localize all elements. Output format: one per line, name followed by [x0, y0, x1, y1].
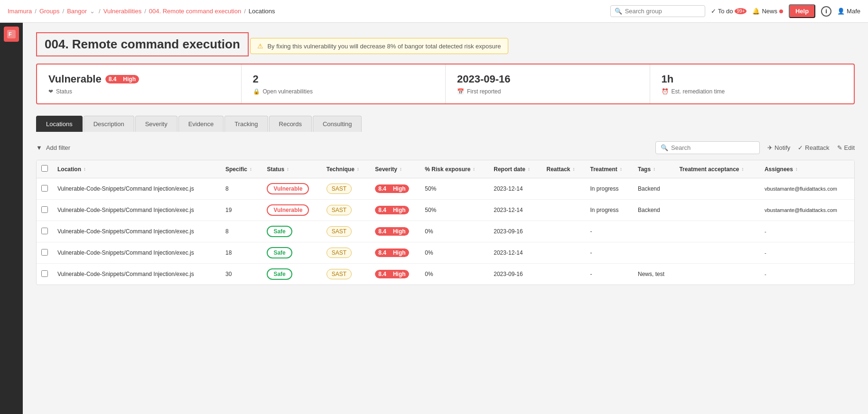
cell-risk: 0% — [420, 242, 489, 264]
notify-button[interactable]: ✈ Notify — [767, 144, 790, 151]
row-checkbox[interactable] — [41, 185, 48, 192]
cell-severity: 8.4 High — [370, 221, 420, 242]
breadcrumb-vulnerabilities[interactable]: Vulnerabilities — [103, 8, 141, 15]
th-specific[interactable]: Specific↕ — [221, 160, 262, 178]
sort-icon: ↕ — [653, 166, 655, 172]
sort-icon: ↕ — [357, 166, 359, 172]
row-checkbox[interactable] — [41, 206, 48, 213]
th-location[interactable]: Location↕ — [53, 160, 221, 178]
cell-technique: SAST — [322, 178, 371, 200]
sort-icon: ↕ — [620, 166, 622, 172]
cell-treatment-acceptance — [674, 221, 760, 242]
th-reattack[interactable]: Reattack↕ — [541, 160, 585, 178]
row-checkbox-cell[interactable] — [37, 242, 53, 264]
cell-technique: SAST — [322, 221, 371, 242]
cell-location: Vulnerable-Code-Snippets/Command Injecti… — [53, 221, 221, 242]
technique-badge: SAST — [327, 205, 352, 215]
stat-remediation: 1h ⏰ Est. remediation time — [650, 64, 854, 103]
stat-date-value: 2023-09-16 — [457, 73, 638, 85]
th-report-date[interactable]: Report date↕ — [489, 160, 541, 178]
sev-num: 8.4 — [375, 227, 390, 236]
cell-report-date: 2023-09-16 — [489, 264, 541, 285]
th-severity[interactable]: Severity↕ — [370, 160, 420, 178]
cell-location: Vulnerable-Code-Snippets/Command Injecti… — [53, 264, 221, 285]
row-checkbox-cell[interactable] — [37, 178, 53, 200]
cell-treatment: In progress — [586, 178, 633, 200]
toolbar-right: 🔍 ✈ Notify ✓ Reattack ✎ Edit — [655, 141, 855, 154]
calendar-icon: 📅 — [457, 88, 464, 95]
stat-open-value: 2 — [253, 73, 434, 85]
row-checkbox[interactable] — [41, 228, 48, 234]
tab-locations[interactable]: Locations — [36, 116, 83, 132]
th-checkbox[interactable] — [37, 160, 53, 178]
sidebar-logo[interactable]: F — [4, 27, 19, 42]
add-filter-label: Add filter — [46, 144, 70, 151]
th-treatment[interactable]: Treatment↕ — [586, 160, 633, 178]
info-button[interactable]: i — [821, 6, 831, 17]
cell-assignees: vbustamante@fluidattacks.com — [760, 178, 854, 200]
cell-reattack — [541, 200, 585, 221]
warning-icon: ⚠ — [257, 42, 263, 50]
user-button[interactable]: 👤 Mafe — [837, 8, 860, 15]
cell-treatment-acceptance — [674, 242, 760, 264]
edit-button[interactable]: ✎ Edit — [837, 144, 855, 151]
tab-consulting[interactable]: Consulting — [313, 116, 362, 132]
th-risk[interactable]: % Risk exposure↕ — [420, 160, 489, 178]
user-label: Mafe — [847, 8, 860, 15]
th-treatment-acceptance[interactable]: Treatment acceptance↕ — [674, 160, 760, 178]
row-checkbox[interactable] — [41, 249, 48, 256]
tab-records[interactable]: Records — [269, 116, 312, 132]
th-status[interactable]: Status↕ — [262, 160, 321, 178]
breadcrumb-groups[interactable]: Groups — [39, 8, 60, 15]
news-dot — [779, 9, 783, 13]
search-input[interactable] — [671, 144, 755, 151]
tab-description[interactable]: Description — [84, 116, 134, 132]
cell-severity: 8.4 High — [370, 178, 420, 200]
clock-icon: ⏰ — [662, 88, 669, 95]
cell-specific: 8 — [221, 221, 262, 242]
row-checkbox-cell[interactable] — [37, 221, 53, 242]
severity-pill: 8.4 High — [375, 184, 409, 193]
status-badge: Safe — [267, 268, 292, 280]
row-checkbox-cell[interactable] — [37, 264, 53, 285]
tabs: Locations Description Severity Evidence … — [36, 116, 855, 132]
todo-button[interactable]: ✓ To do 99+ — [711, 8, 747, 15]
tab-tracking[interactable]: Tracking — [224, 116, 268, 132]
heart-icon: ❤ — [48, 88, 53, 95]
th-technique[interactable]: Technique↕ — [322, 160, 371, 178]
reattack-button[interactable]: ✓ Reattack — [798, 144, 829, 151]
cell-status: Safe — [262, 264, 321, 285]
help-button[interactable]: Help — [789, 4, 815, 18]
search-icon: 🔍 — [661, 144, 668, 151]
sort-icon: ↕ — [84, 166, 86, 172]
status-badge: Vulnerable — [267, 183, 309, 194]
breadcrumb-bangor[interactable]: Bangor — [67, 8, 87, 15]
reattack-icon: ✓ — [798, 144, 803, 151]
sort-icon: ↕ — [573, 166, 575, 172]
search-group-input[interactable] — [625, 8, 701, 15]
cell-severity: 8.4 High — [370, 242, 420, 264]
add-filter-button[interactable]: ▼ Add filter — [36, 144, 70, 151]
sev-num: 8.4 — [375, 206, 390, 214]
cell-assignees: - — [760, 242, 854, 264]
row-checkbox-cell[interactable] — [37, 200, 53, 221]
breadcrumb-imamura[interactable]: Imamura — [8, 8, 32, 15]
row-checkbox[interactable] — [41, 270, 48, 277]
th-assignees[interactable]: Assignees↕ — [760, 160, 854, 178]
bell-icon: 🔔 — [752, 8, 760, 15]
stat-status: Vulnerable 8.4 High ❤ Status — [37, 64, 242, 103]
notify-label: Notify — [775, 144, 790, 151]
page-title: 004. Remote command execution — [36, 32, 249, 56]
alert-banner: ⚠ By fixing this vulnerability you will … — [250, 38, 508, 54]
breadcrumb-vuln-name[interactable]: 004. Remote command execution — [149, 8, 241, 15]
tab-evidence[interactable]: Evidence — [178, 116, 224, 132]
select-all-checkbox[interactable] — [41, 165, 48, 172]
th-tags[interactable]: Tags↕ — [633, 160, 674, 178]
tab-severity[interactable]: Severity — [135, 116, 177, 132]
cell-status: Safe — [262, 242, 321, 264]
cell-tags: Backend — [633, 200, 674, 221]
filter-icon: ▼ — [36, 144, 42, 151]
status-badge: Vulnerable — [267, 204, 309, 216]
news-button[interactable]: 🔔 News — [752, 8, 783, 15]
severity-text-label: High — [120, 75, 139, 83]
